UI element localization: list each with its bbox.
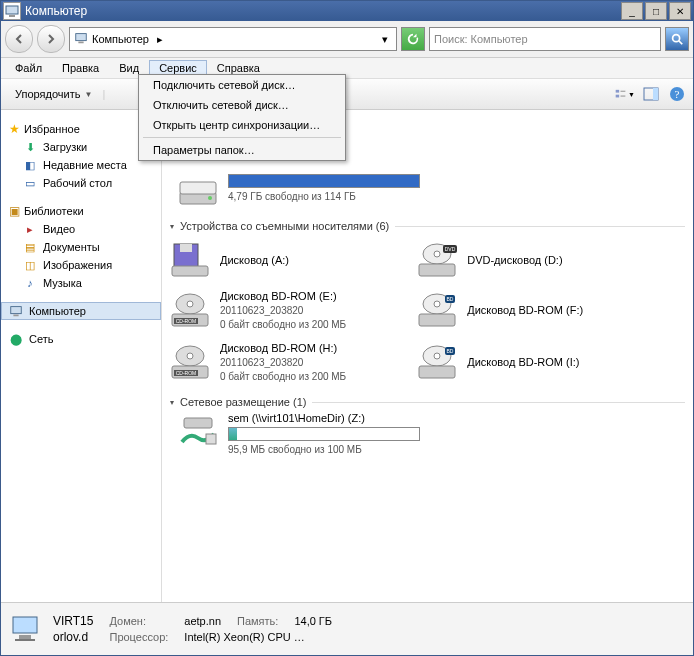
drive-f[interactable]: BD Дисковод BD-ROM (F:): [417, 290, 664, 330]
pictures-icon: ◫: [23, 258, 37, 272]
svg-point-18: [208, 196, 212, 200]
organize-button[interactable]: Упорядочить ▼: [7, 85, 100, 103]
svg-text:BD: BD: [447, 296, 454, 302]
menu-folder-options[interactable]: Параметры папок…: [139, 140, 345, 160]
breadcrumb-arrow-icon[interactable]: ▸: [153, 32, 167, 46]
drive-h[interactable]: CD-ROM Дисковод BD-ROM (H:) 20110623_203…: [170, 342, 417, 382]
status-processor-label: Процессор:: [109, 631, 168, 643]
address-bar[interactable]: Компьютер ▸ ▾: [69, 27, 397, 51]
back-button[interactable]: [5, 25, 33, 53]
svg-point-43: [434, 353, 440, 359]
tools-dropdown: Подключить сетевой диск… Отключить сетев…: [138, 74, 346, 161]
close-button[interactable]: ✕: [669, 2, 691, 20]
svg-text:CD-ROM: CD-ROM: [176, 318, 197, 324]
usage-bar: [228, 174, 420, 188]
window-controls: _ □ ✕: [621, 2, 691, 20]
view-options-button[interactable]: ▼: [615, 84, 635, 104]
computer-icon: [9, 611, 45, 647]
svg-point-33: [434, 301, 440, 307]
bd-rom-icon: CD-ROM: [170, 344, 210, 380]
sidebar-item-documents[interactable]: ▤ Документы: [1, 238, 161, 256]
navbar: Компьютер ▸ ▾ Поиск: Компьютер: [1, 21, 693, 58]
bd-rom-icon: BD: [417, 344, 457, 380]
recent-icon: ◧: [23, 158, 37, 172]
help-button[interactable]: ?: [667, 84, 687, 104]
svg-rect-34: [419, 314, 455, 326]
music-icon: ♪: [23, 276, 37, 290]
svg-rect-14: [11, 307, 22, 314]
computer-icon: [74, 31, 88, 47]
star-icon: ★: [9, 122, 20, 136]
search-box[interactable]: Поиск: Компьютер: [429, 27, 661, 51]
menu-open-sync-center[interactable]: Открыть центр синхронизации…: [139, 115, 345, 135]
computer-icon: [3, 2, 21, 20]
status-processor-value: Intel(R) Xeon(R) CPU …: [184, 631, 332, 643]
sidebar-item-recent[interactable]: ◧ Недавние места: [1, 156, 161, 174]
preview-pane-button[interactable]: [641, 84, 661, 104]
refresh-button[interactable]: [401, 27, 425, 51]
explorer-window: Компьютер _ □ ✕ Компьютер ▸ ▾ Поиск: Ком…: [0, 0, 694, 656]
svg-rect-50: [19, 635, 31, 639]
toolbar: Упорядочить ▼ | x программу » ▼ ?: [1, 79, 693, 110]
sidebar-item-music[interactable]: ♪ Музыка: [1, 274, 161, 292]
desktop-icon: ▭: [23, 176, 37, 190]
svg-point-23: [434, 251, 440, 257]
svg-rect-1: [9, 15, 15, 17]
svg-rect-0: [6, 6, 18, 14]
sidebar-group-libraries[interactable]: ▣ Библиотеки: [1, 202, 161, 220]
drive-local-disk[interactable]: 4,79 ГБ свободно из 114 ГБ: [178, 174, 685, 210]
sidebar-item-videos[interactable]: ▸ Видео: [1, 220, 161, 238]
svg-rect-11: [653, 88, 658, 100]
status-domain-label: Домен:: [109, 615, 168, 627]
maximize-button[interactable]: □: [645, 2, 667, 20]
svg-rect-6: [616, 90, 619, 93]
svg-line-5: [679, 41, 683, 45]
group-header-removable[interactable]: ▾ Устройства со съемными носителями (6): [170, 220, 685, 232]
statusbar: VIRT15 Домен: aetp.nn Память: 14,0 ГБ or…: [1, 603, 693, 655]
forward-button[interactable]: [37, 25, 65, 53]
address-dropdown-icon[interactable]: ▾: [378, 32, 392, 46]
drive-d[interactable]: DVD DVD-дисковод (D:): [417, 242, 664, 278]
sidebar-group-favorites[interactable]: ★ Избранное: [1, 120, 161, 138]
status-domain-value: aetp.nn: [184, 615, 221, 627]
sidebar-item-network[interactable]: ⬤ Сеть: [1, 330, 161, 348]
drive-e[interactable]: CD-ROM Дисковод BD-ROM (E:) 20110623_203…: [170, 290, 417, 330]
group-header-network[interactable]: ▾ Сетевое размещение (1): [170, 396, 685, 408]
menu-disconnect-network-drive[interactable]: Отключить сетевой диск…: [139, 95, 345, 115]
drive-i[interactable]: BD Дисковод BD-ROM (I:): [417, 342, 664, 382]
sidebar-item-pictures[interactable]: ◫ Изображения: [1, 256, 161, 274]
search-button[interactable]: [665, 27, 689, 51]
network-drive-icon: [178, 412, 218, 448]
address-text: Компьютер: [92, 33, 149, 45]
drive-z-network[interactable]: sem (\\virt101\HomeDir) (Z:) 95,9 МБ сво…: [178, 412, 685, 455]
drive-a[interactable]: Дисковод (A:): [170, 242, 417, 278]
content-pane: 4,79 ГБ свободно из 114 ГБ ▾ Устройства …: [162, 110, 693, 602]
sidebar-item-computer[interactable]: Компьютер: [1, 302, 161, 320]
svg-rect-47: [184, 418, 212, 428]
svg-rect-15: [13, 315, 18, 317]
sidebar-item-desktop[interactable]: ▭ Рабочий стол: [1, 174, 161, 192]
svg-text:?: ?: [675, 88, 680, 100]
svg-rect-7: [616, 95, 619, 98]
network-drive-name: sem (\\virt101\HomeDir) (Z:): [228, 412, 438, 424]
svg-rect-2: [76, 34, 87, 41]
free-space-text: 95,9 МБ свободно из 100 МБ: [228, 444, 438, 455]
titlebar: Компьютер _ □ ✕: [1, 1, 693, 21]
svg-rect-48: [206, 434, 216, 444]
menu-edit[interactable]: Правка: [52, 60, 109, 76]
bd-rom-icon: BD: [417, 292, 457, 328]
svg-rect-49: [13, 617, 37, 633]
svg-rect-51: [15, 639, 35, 641]
bd-rom-icon: CD-ROM: [170, 292, 210, 328]
svg-rect-21: [172, 266, 208, 276]
minimize-button[interactable]: _: [621, 2, 643, 20]
status-memory-value: 14,0 ГБ: [294, 615, 332, 627]
svg-point-38: [187, 353, 193, 359]
free-space-text: 4,79 ГБ свободно из 114 ГБ: [228, 191, 438, 202]
hard-disk-icon: [178, 174, 218, 210]
menu-file[interactable]: Файл: [5, 60, 52, 76]
separator: [312, 402, 685, 403]
sidebar-item-downloads[interactable]: ⬇ Загрузки: [1, 138, 161, 156]
menu-map-network-drive[interactable]: Подключить сетевой диск…: [139, 75, 345, 95]
organize-label: Упорядочить: [15, 88, 80, 100]
